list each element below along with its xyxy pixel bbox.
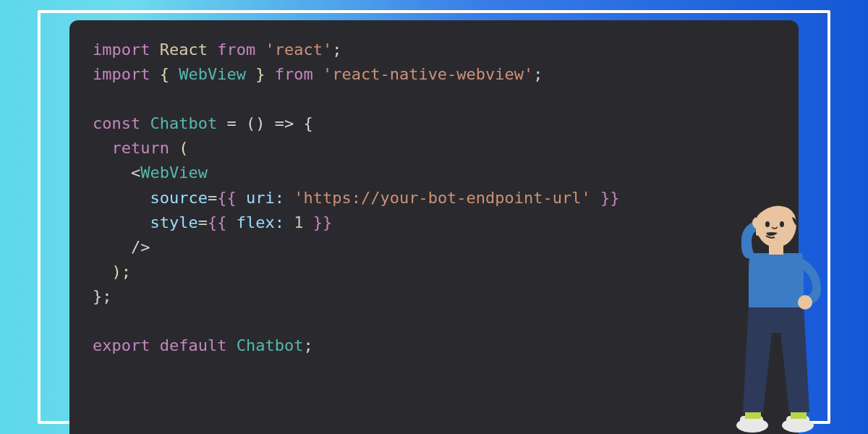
code-line-10: ); — [93, 260, 775, 284]
code-line-11: }; — [93, 284, 775, 309]
person-icon — [712, 188, 843, 434]
key: flex: — [237, 213, 284, 231]
code-line-8: style={{ flex: 1 }} — [93, 210, 775, 235]
indent — [93, 213, 150, 231]
number: 1 — [284, 213, 304, 231]
brace: } — [246, 65, 275, 83]
keyword-import: import — [93, 41, 150, 59]
attribute: style — [150, 213, 197, 231]
equals: = — [208, 189, 217, 207]
key: uri: — [246, 189, 284, 207]
svg-point-10 — [765, 221, 770, 227]
class-name: WebView — [140, 163, 208, 182]
arrow-fn: = () => { — [226, 114, 312, 132]
jsx-open: < — [131, 163, 140, 182]
code-line-2: import { WebView } from 'react-native-we… — [93, 62, 775, 87]
brace: {{ — [217, 189, 246, 207]
attribute: source — [150, 189, 207, 207]
punctuation: ; — [303, 336, 312, 354]
jsx-close: /> — [131, 238, 150, 256]
paren: ( — [169, 139, 189, 157]
class-name: Chatbot — [226, 336, 303, 354]
brace: {{ — [208, 213, 237, 231]
class-name: WebView — [179, 65, 246, 83]
keyword-return: return — [112, 139, 169, 157]
punctuation: ; — [533, 65, 542, 83]
keyword-from: from — [275, 65, 313, 83]
code-line-4: const Chatbot = () => { — [93, 111, 775, 136]
svg-point-11 — [780, 221, 784, 227]
keyword-export: export — [93, 336, 150, 354]
class-name: Chatbot — [140, 114, 226, 132]
paren: ); — [112, 263, 132, 281]
code-panel: import React from 'react'; import { WebV… — [69, 20, 799, 434]
code-line-6: <WebView — [93, 161, 775, 185]
string: 'https://your-bot-endpoint-url' — [284, 189, 591, 207]
brace: }} — [591, 189, 620, 207]
code-line-empty — [93, 87, 775, 111]
brace: { — [150, 65, 179, 83]
indent — [93, 238, 131, 256]
indent — [93, 139, 112, 157]
brace: }; — [93, 287, 112, 305]
string: 'react-native-webview' — [313, 65, 534, 83]
code-line-9: /> — [93, 235, 775, 260]
code-line-7: source={{ uri: 'https://your-bot-endpoin… — [93, 186, 775, 210]
code-line-13: export default Chatbot; — [93, 333, 775, 358]
string: 'react' — [255, 41, 332, 59]
code-line-1: import React from 'react'; — [93, 38, 775, 62]
brace: }} — [303, 213, 332, 231]
keyword-from: from — [217, 41, 255, 59]
code-line-5: return ( — [93, 136, 775, 161]
keyword-default: default — [150, 336, 226, 354]
indent — [93, 263, 112, 281]
svg-rect-12 — [756, 226, 760, 236]
identifier: React — [150, 41, 217, 59]
equals: = — [198, 213, 208, 231]
code-line-empty — [93, 309, 775, 333]
punctuation: ; — [332, 41, 341, 59]
thinking-person-illustration — [712, 188, 843, 434]
keyword-import: import — [93, 65, 150, 83]
outer-frame: import React from 'react'; import { WebV… — [38, 10, 830, 424]
indent — [93, 163, 131, 182]
keyword-const: const — [93, 114, 140, 132]
indent — [93, 189, 150, 207]
svg-point-6 — [798, 295, 812, 310]
